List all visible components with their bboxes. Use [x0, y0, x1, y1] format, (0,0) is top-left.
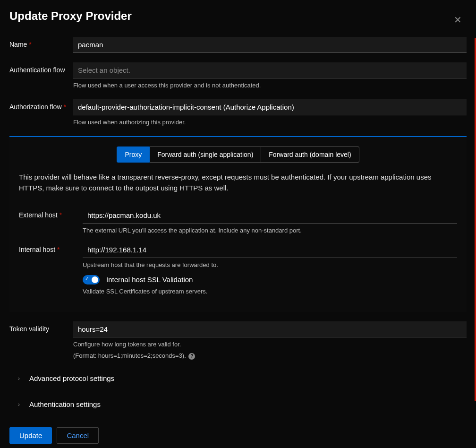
external-host-input[interactable]: [83, 207, 457, 224]
token-validity-help2: (Format: hours=1;minutes=2;seconds=3). ?: [73, 352, 467, 360]
authentication-settings-toggle[interactable]: › Authentication settings: [9, 396, 467, 413]
authentication-flow-help: Flow used when a user access this provid…: [73, 81, 467, 90]
internal-host-input[interactable]: [83, 242, 457, 258]
update-proxy-modal: Update Proxy Provider ✕ Name* Authentica…: [0, 0, 476, 448]
external-host-label: External host*: [19, 207, 83, 219]
chevron-right-icon: ›: [18, 375, 20, 382]
authentication-flow-label: Authentication flow: [9, 62, 73, 74]
token-validity-input[interactable]: [73, 321, 467, 337]
external-host-row: External host* The external URL you'll a…: [19, 207, 457, 235]
token-validity-help1: Configure how long tokens are valid for.: [73, 340, 467, 349]
token-validity-label: Token validity: [9, 321, 73, 333]
name-input[interactable]: [73, 37, 467, 53]
authorization-flow-label: Authorization flow*: [9, 99, 73, 111]
proxy-mode-section: Proxy Forward auth (single application) …: [9, 136, 467, 312]
name-label: Name*: [9, 37, 73, 48]
authorization-flow-row: Authorization flow* Flow used when autho…: [9, 99, 467, 127]
ssl-validation-help: Validate SSL Certificates of upstream se…: [83, 287, 457, 296]
advanced-settings-toggle[interactable]: › Advanced protocol settings: [9, 370, 467, 387]
modal-footer: Update Cancel: [9, 427, 467, 444]
internal-host-row: Internal host* Upstream host that the re…: [19, 242, 457, 296]
chevron-right-icon: ›: [18, 401, 20, 408]
modal-title: Update Proxy Provider: [9, 9, 467, 23]
authentication-flow-row: Authentication flow Flow used when a use…: [9, 62, 467, 90]
ssl-validation-toggle[interactable]: [83, 275, 100, 284]
required-indicator: *: [29, 41, 31, 48]
authorization-flow-select[interactable]: [73, 99, 467, 115]
authentication-flow-select[interactable]: [73, 62, 467, 78]
authorization-flow-help: Flow used when authorizing this provider…: [73, 118, 467, 127]
tab-proxy[interactable]: Proxy: [117, 146, 150, 163]
internal-host-help: Upstream host that the requests are forw…: [83, 261, 457, 269]
internal-host-label: Internal host*: [19, 242, 83, 253]
token-validity-row: Token validity Configure how long tokens…: [9, 321, 467, 360]
update-button[interactable]: Update: [9, 427, 52, 444]
ssl-validation-label: Internal host SSL Validation: [106, 276, 193, 284]
tab-forward-single[interactable]: Forward auth (single application): [150, 146, 261, 163]
close-button[interactable]: ✕: [454, 14, 462, 26]
external-host-help: The external URL you'll access the appli…: [83, 226, 457, 235]
close-icon: ✕: [454, 15, 462, 25]
mode-tabs: Proxy Forward auth (single application) …: [19, 146, 457, 163]
cancel-button[interactable]: Cancel: [57, 427, 99, 444]
name-row: Name*: [9, 37, 467, 53]
ssl-validation-row: Internal host SSL Validation: [83, 275, 457, 284]
required-indicator: *: [60, 211, 62, 219]
required-indicator: *: [64, 103, 66, 111]
required-indicator: *: [57, 246, 60, 253]
mode-description: This provider will behave like a transpa…: [19, 172, 457, 193]
tab-forward-domain[interactable]: Forward auth (domain level): [261, 146, 359, 163]
help-icon[interactable]: ?: [188, 353, 195, 360]
